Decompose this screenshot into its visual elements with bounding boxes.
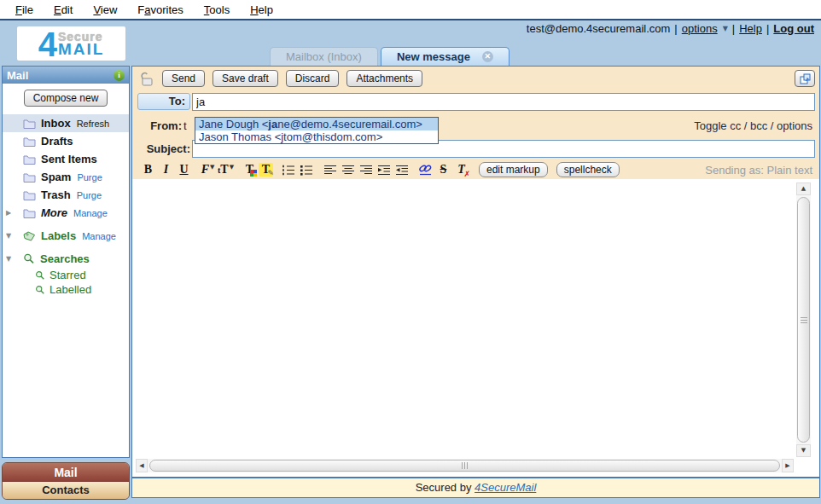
compose-new-button[interactable]: Compose new [24, 90, 108, 107]
underline-icon[interactable]: U [175, 162, 193, 177]
font-face-icon[interactable]: F▼ [199, 162, 217, 177]
horizontal-scrollbar[interactable]: ◀ ▶ [136, 459, 794, 472]
search-icon [23, 253, 35, 264]
scrollbar-track[interactable] [148, 459, 782, 472]
scrollbar-thumb[interactable] [149, 460, 780, 472]
outdent-icon[interactable] [393, 162, 410, 177]
help-link[interactable]: Help [739, 22, 762, 35]
italic-icon[interactable]: I [157, 162, 175, 177]
folder-icon [23, 172, 36, 182]
options-link[interactable]: options [682, 22, 718, 35]
insert-link-icon[interactable] [416, 162, 434, 177]
scroll-down-icon[interactable]: ▼ [796, 444, 811, 457]
secured-by-text: Secured by [416, 481, 472, 494]
to-label-button[interactable]: To: [137, 93, 190, 110]
secured-footer: Secured by 4SecureMail [131, 478, 820, 498]
font-color-icon[interactable]: T [241, 162, 259, 177]
remove-formatting-icon[interactable]: T✗ [452, 162, 470, 177]
font-size-icon[interactable]: tT▼ [217, 162, 235, 177]
account-email: test@demo.4securemail.com [527, 22, 671, 35]
folder-icon [23, 136, 36, 147]
subject-label: Subject: [137, 142, 190, 155]
highlight-color-icon[interactable]: T✎ [259, 163, 273, 177]
logout-link[interactable]: Log out [773, 22, 814, 35]
label-tag-icon [23, 231, 36, 241]
sidebar-item-trash[interactable]: Trash Purge [3, 186, 129, 204]
scroll-left-icon[interactable]: ◀ [136, 459, 148, 472]
tab-new-message[interactable]: New message ✕ [381, 47, 509, 66]
spellcheck-button[interactable]: spellcheck [556, 162, 620, 177]
send-button[interactable]: Send [162, 70, 205, 87]
to-input[interactable] [192, 93, 815, 111]
open-in-new-window-button[interactable] [795, 70, 815, 87]
sidebar-item-starred[interactable]: Starred [3, 268, 129, 282]
expand-arrow-icon[interactable]: ▶ [6, 209, 11, 217]
tab-mailbox-inbox[interactable]: Mailbox (Inbox) [270, 47, 378, 66]
app-tab-contacts[interactable]: Contacts [3, 482, 129, 499]
scroll-right-icon[interactable]: ▶ [782, 459, 794, 472]
compose-toolbar: Send Save draft Discard Attachments [132, 67, 819, 90]
recipient-autocomplete-dropdown: Jane Dough <jane@demo.4securemail.com> J… [195, 117, 439, 144]
menu-help[interactable]: Help [240, 2, 283, 18]
sidebar-title: Mail [7, 69, 28, 82]
collapse-arrow-icon[interactable]: ▼ [6, 232, 11, 240]
securemail-link[interactable]: 4SecureMail [475, 481, 536, 494]
manage-link[interactable]: Manage [73, 208, 108, 218]
format-toolbar: B I U F▼ tT▼ T T✎ S T✗ edit markup spell… [132, 160, 819, 179]
scrollbar-grip [801, 316, 807, 323]
chevron-down-icon: ▼ [723, 25, 728, 32]
close-tab-icon[interactable]: ✕ [482, 51, 493, 62]
toggle-cc-bcc-options-link[interactable]: Toggle cc / bcc / options [694, 119, 812, 132]
discard-button[interactable]: Discard [286, 70, 340, 87]
menu-edit[interactable]: Edit [44, 2, 83, 18]
sidebar-item-spam[interactable]: Spam Purge [3, 168, 129, 186]
sidebar-item-sent-items[interactable]: Sent Items [3, 150, 129, 168]
to-field-row: To: [132, 90, 819, 113]
refresh-link[interactable]: Refresh [77, 119, 110, 129]
scrollbar-track[interactable] [796, 195, 811, 444]
from-label: From: [132, 119, 182, 132]
save-draft-button[interactable]: Save draft [213, 70, 278, 87]
app-logo: 4 Secure MAIL [17, 26, 125, 61]
sidebar-item-labels[interactable]: ▼ Labels Manage [3, 227, 129, 245]
menu-file[interactable]: File [5, 2, 44, 18]
logo-mail-text: MAIL [58, 41, 104, 57]
bullet-list-icon[interactable] [297, 162, 315, 177]
sidebar-item-labelled[interactable]: Labelled [3, 282, 129, 297]
bold-icon[interactable]: B [139, 162, 157, 177]
attachments-button[interactable]: Attachments [346, 70, 422, 87]
manage-link[interactable]: Manage [82, 231, 116, 241]
message-body[interactable]: ▲ ▼ ◀ ▶ [132, 179, 819, 474]
app-switcher: Mail Contacts [2, 462, 130, 500]
scroll-up-icon[interactable]: ▲ [796, 182, 811, 195]
autocomplete-item[interactable]: Jane Dough <jane@demo.4securemail.com> [195, 118, 438, 130]
help-info-icon[interactable]: i [114, 70, 125, 81]
menu-favorites[interactable]: Favorites [127, 2, 193, 18]
indent-icon[interactable] [375, 162, 393, 177]
autocomplete-item[interactable]: Jason Thomas <jtom@thisdom.com> [195, 130, 438, 143]
purge-link[interactable]: Purge [77, 172, 102, 182]
purge-link[interactable]: Purge [77, 190, 102, 200]
align-right-icon[interactable] [357, 162, 375, 177]
popout-icon [800, 73, 811, 84]
align-left-icon[interactable] [321, 162, 339, 177]
separator: | [766, 22, 769, 35]
account-bar: test@demo.4securemail.com | options ▼ | … [527, 20, 814, 36]
strikethrough-icon[interactable]: S [434, 162, 452, 177]
sidebar-item-drafts[interactable]: Drafts [3, 132, 129, 150]
separator: | [674, 22, 677, 35]
sidebar-item-searches[interactable]: ▼ Searches [3, 250, 129, 268]
scrollbar-thumb[interactable] [797, 197, 810, 443]
separator: | [732, 22, 735, 35]
menu-view[interactable]: View [83, 2, 127, 18]
sidebar-item-more[interactable]: ▶ More Manage [3, 204, 129, 222]
edit-markup-button[interactable]: edit markup [479, 162, 548, 177]
menu-tools[interactable]: Tools [194, 2, 240, 18]
numbered-list-icon[interactable] [279, 162, 297, 177]
align-center-icon[interactable] [339, 162, 357, 177]
collapse-arrow-icon[interactable]: ▼ [6, 255, 11, 263]
vertical-scrollbar[interactable]: ▲ ▼ [796, 182, 811, 457]
sidebar-item-inbox[interactable]: Inbox Refresh [3, 114, 129, 132]
app-tab-mail[interactable]: Mail [3, 463, 129, 482]
logo-digit: 4 [38, 30, 57, 59]
